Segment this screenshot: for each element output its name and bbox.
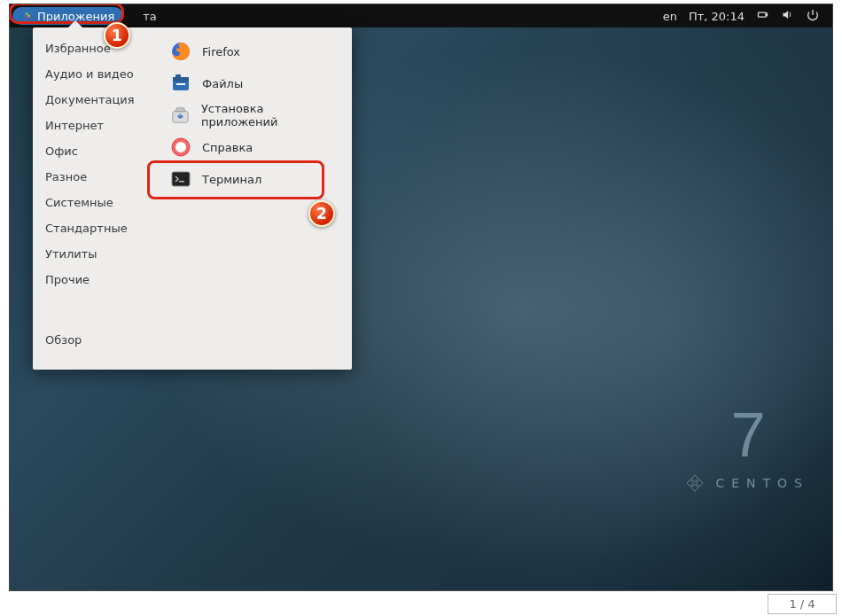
category-item[interactable]: Офис	[33, 142, 160, 160]
app-item-terminal[interactable]: Терминал	[163, 164, 345, 194]
svg-rect-17	[697, 480, 704, 487]
menu-apps: Firefox Файлы Установка приложений Справ…	[160, 27, 352, 370]
svg-rect-14	[172, 172, 190, 186]
app-label: Файлы	[202, 77, 243, 90]
svg-rect-16	[692, 475, 699, 482]
battery-icon[interactable]	[756, 8, 769, 24]
centos-name: CENTOS	[715, 476, 809, 490]
app-item-firefox[interactable]: Firefox	[163, 36, 345, 66]
category-item[interactable]: Документация	[33, 90, 160, 109]
help-icon	[170, 136, 191, 158]
category-item[interactable]: Прочие	[33, 270, 160, 289]
applications-menu-panel: Избранное Аудио и видео Документация Инт…	[33, 27, 352, 370]
page-indicator: 1 / 4	[768, 594, 837, 614]
svg-rect-18	[687, 480, 694, 487]
overview-button[interactable]: Обзор	[33, 331, 160, 361]
category-item[interactable]: Стандартные	[33, 219, 160, 238]
svg-rect-19	[692, 484, 699, 491]
category-item[interactable]: Утилиты	[33, 245, 160, 263]
app-label: Установка приложений	[201, 102, 338, 129]
svg-rect-5	[766, 13, 767, 16]
top-panel: Приложения та en Пт, 20:14	[10, 4, 832, 27]
category-item[interactable]: Разное	[33, 168, 160, 186]
desktop-frame: Приложения та en Пт, 20:14	[9, 4, 833, 591]
places-menu-button[interactable]: та	[143, 10, 157, 23]
category-item[interactable]: Избранное	[33, 39, 160, 58]
centos-version: 7	[731, 404, 764, 466]
category-item[interactable]: Интернет	[33, 116, 160, 135]
files-icon	[170, 73, 191, 94]
system-tray: en Пт, 20:14	[663, 8, 832, 25]
svg-rect-1	[27, 14, 31, 18]
terminal-icon	[170, 168, 191, 190]
menu-categories: Избранное Аудио и видео Документация Инт…	[33, 27, 160, 370]
keyboard-layout-indicator[interactable]: en	[663, 10, 677, 23]
app-item-help[interactable]: Справка	[163, 132, 345, 162]
clock[interactable]: Пт, 20:14	[689, 10, 745, 23]
software-install-icon	[170, 105, 191, 126]
centos-logo-icon	[685, 473, 705, 493]
category-item[interactable]: Системные	[33, 193, 160, 212]
svg-rect-2	[23, 14, 27, 18]
svg-rect-10	[176, 83, 185, 85]
svg-rect-4	[759, 12, 767, 17]
volume-icon[interactable]	[781, 8, 794, 24]
svg-rect-8	[173, 77, 189, 82]
category-item[interactable]: Аудио и видео	[33, 65, 160, 83]
svg-rect-9	[175, 74, 181, 78]
centos-brand: 7 CENTOS	[685, 404, 809, 493]
app-item-software[interactable]: Установка приложений	[163, 100, 345, 130]
svg-rect-0	[25, 12, 28, 16]
svg-point-13	[177, 144, 184, 151]
power-icon[interactable]	[806, 8, 820, 25]
svg-rect-15	[179, 181, 184, 183]
centos-mini-icon	[21, 11, 32, 21]
app-label: Firefox	[202, 45, 240, 58]
svg-rect-3	[25, 17, 28, 20]
app-label: Терминал	[202, 173, 261, 186]
app-label: Справка	[202, 141, 253, 154]
firefox-icon	[170, 41, 191, 62]
app-item-files[interactable]: Файлы	[163, 68, 345, 98]
